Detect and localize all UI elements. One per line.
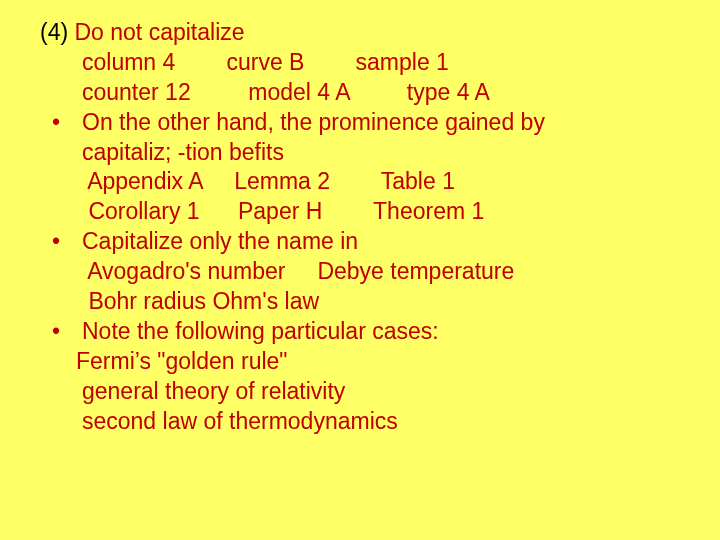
ex1-f: type 4 A <box>407 79 490 105</box>
bullet-dot-icon: • <box>40 227 82 257</box>
ex1-a: column 4 <box>82 49 175 75</box>
bullet1-ex-row2: Corollary 1 Paper H Theorem 1 <box>40 197 680 227</box>
bullet-dot-icon: • <box>40 317 82 347</box>
b1-d: Corollary 1 <box>88 198 199 224</box>
bullet-2: • Capitalize only the name in <box>40 227 680 257</box>
bullet-1: • On the other hand, the prominence gain… <box>40 108 680 168</box>
bullet3-ex2: general theory of relativity <box>40 377 680 407</box>
b1-f: Theorem 1 <box>373 198 484 224</box>
bullet1-line2: capitaliz; -tion befits <box>82 138 680 168</box>
bullet2-line1: Capitalize only the name in <box>82 227 680 257</box>
b1-a: Appendix A <box>87 168 202 194</box>
heading-text: Do not capitalize <box>75 19 245 45</box>
bullet3-line1: Note the following particular cases: <box>82 317 680 347</box>
bullet1-line1: On the other hand, the prominence gained… <box>82 108 680 138</box>
bullet-1-body: On the other hand, the prominence gained… <box>82 108 680 168</box>
b1-e: Paper H <box>238 198 322 224</box>
b2-a: Avogadro's number <box>87 258 285 284</box>
b1-b: Lemma 2 <box>234 168 330 194</box>
b2-b: Debye temperature <box>317 258 514 284</box>
bullet2-ex-row2: Bohr radius Ohm's law <box>40 287 680 317</box>
bullet-2-body: Capitalize only the name in <box>82 227 680 257</box>
b1-c: Table 1 <box>381 168 455 194</box>
ex1-e: model 4 A <box>248 79 349 105</box>
ex1-c: sample 1 <box>356 49 449 75</box>
examples1-row2: counter 12 model 4 A type 4 A <box>40 78 680 108</box>
bullet3-ex3: second law of thermodynamics <box>40 407 680 437</box>
bullet2-ex-row1: Avogadro's number Debye temperature <box>40 257 680 287</box>
b2-c: Bohr radius Ohm's law <box>88 288 319 314</box>
examples1-row1: column 4 curve B sample 1 <box>40 48 680 78</box>
ex1-d: counter 12 <box>82 79 191 105</box>
ex1-b: curve B <box>226 49 304 75</box>
slide-content: (4) Do not capitalize column 4 curve B s… <box>0 0 720 436</box>
heading-marker: (4) <box>40 19 75 45</box>
bullet-3-body: Note the following particular cases: <box>82 317 680 347</box>
bullet3-ex1: Fermi’s "golden rule" <box>40 347 680 377</box>
bullet1-ex-row1: Appendix A Lemma 2 Table 1 <box>40 167 680 197</box>
bullet-dot-icon: • <box>40 108 82 138</box>
bullet-3: • Note the following particular cases: <box>40 317 680 347</box>
heading-line: (4) Do not capitalize <box>40 18 680 48</box>
